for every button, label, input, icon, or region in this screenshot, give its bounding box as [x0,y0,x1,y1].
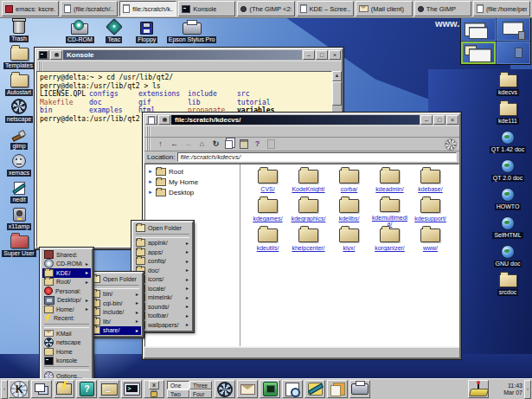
folder-item[interactable]: kdeadmin/ [369,168,410,197]
desktop-icon-qt20-doc[interactable]: QT 2.0 doc [484,159,531,182]
desktop-icon-super-user[interactable]: Super User [0,235,38,257]
folder-link[interactable]: kdeutils/ [257,245,279,251]
pager-button-two[interactable]: Two [167,389,189,398]
desktop-icon-srcdoc[interactable]: srcdoc [484,274,531,296]
taskbar-button-konsole[interactable]: Konsole [178,1,235,16]
panel-hide-left-button[interactable]: ‹ [1,380,8,399]
copy-button[interactable] [223,138,236,150]
maximize-button[interactable]: □ [433,115,445,125]
forward-button[interactable] [182,138,195,150]
folder-item[interactable]: klyx/ [329,227,369,256]
printer-button[interactable] [349,380,370,398]
desktop-icon-floppy[interactable]: Floppy [134,19,160,43]
desktop-icon-netscape[interactable]: netscape [0,100,38,123]
desktop-icon-autostart[interactable]: Autostart [0,74,38,96]
window-list-button[interactable] [31,380,52,398]
minimize-button[interactable]: – [420,115,433,125]
menu-item-lib[interactable]: lib/ ► [89,317,141,326]
folder-item[interactable]: corba/ [329,168,369,197]
folder-link[interactable]: klyx/ [343,245,356,251]
desktop-icon-kdecvs[interactable]: kdecvs [484,74,531,96]
desktop-icon-selfhtml[interactable]: SelfHTML [484,216,531,239]
taskbar-button-kfm2[interactable]: file:/scratch/k... [119,1,176,16]
menu-item[interactable] [44,324,89,328]
folder-item[interactable]: kdemultimedia/ [369,197,410,227]
folder-item[interactable]: khelpcenter/ [288,227,329,256]
menu-item-config[interactable]: config/ ► [134,257,191,267]
desktop-icon-gimp[interactable]: gimp [0,127,38,150]
menu-item-apps[interactable]: apps/ ► [134,248,191,257]
pager-button-one[interactable]: One [167,381,189,389]
taskbar-button-kfm3[interactable]: (file:/home/perr... [473,1,530,16]
desktop-icon-qt142-doc[interactable]: QT 1.42 doc [484,131,531,153]
netscape-button[interactable] [215,380,235,398]
back-button[interactable] [168,138,181,150]
scroll-up-icon[interactable]: ▲ [332,71,342,81]
up-button[interactable] [154,138,167,150]
desktop-icon-cdrom[interactable]: CD-ROM [66,19,94,43]
menu-item[interactable] [44,366,89,370]
minimize-button[interactable]: – [303,50,315,60]
menu-item-root[interactable]: Root/ ► [42,278,91,287]
sticky-pin-button[interactable] [158,115,170,125]
desktop-icon-templates[interactable]: Templates [0,47,38,69]
folder-link[interactable]: kdelibs/ [339,216,360,222]
folder-link[interactable]: kdegames/ [253,216,282,222]
folder-item[interactable]: CVS/ [247,168,288,197]
menu-item[interactable] [91,285,139,289]
desktop-icon-teac[interactable]: Teac [101,19,127,43]
menu-item-personal[interactable]: Personal: [42,286,91,296]
menu-item[interactable] [136,234,189,238]
menu-item-open-folder-2[interactable]: Open Folder [134,223,191,233]
scrollbar-thumb[interactable] [332,81,342,106]
pager-desktop-1[interactable] [461,18,496,41]
close-button[interactable]: × [446,115,458,125]
maximize-button[interactable]: □ [316,50,328,60]
menu-item-bin[interactable]: bin/ ► [89,290,141,299]
paste-button[interactable] [237,138,250,150]
tree-item-my-home[interactable]: ► My Home [148,177,240,187]
toolbar-help-button[interactable] [251,138,264,150]
kppp-button[interactable] [260,380,280,398]
menu-item-applnk[interactable]: applnk/ ► [134,239,191,248]
menu-item-cgi-bin[interactable]: cgi-bin/ ► [89,299,141,308]
menu-item-share[interactable]: share/ ► [89,326,141,336]
kfm-titlebar[interactable]: file:/scratch/kdecvs/ – □ × [144,114,459,125]
desktop-icon-kde111[interactable]: kde111 [484,102,531,125]
folder-item[interactable]: kdebase/ [410,168,451,197]
folder-link[interactable]: CVS/ [260,186,274,192]
menu-item-include[interactable]: include/ ► [89,308,141,318]
konsole-button[interactable] [121,380,142,398]
folder-item[interactable]: kdesupport/ [410,197,451,227]
window-menu-button[interactable] [145,115,157,125]
taskbar-button-kfm1[interactable]: (file:/scratch/... [61,1,118,16]
desktop-icon-nedit[interactable]: nedit [0,181,38,203]
tree-item-root[interactable]: ► Root [148,166,240,177]
desktop-icon-howto[interactable]: HOWTO [484,188,531,210]
games-button[interactable] [468,380,489,398]
toolbar-grip[interactable] [146,138,151,151]
taskbar-button-gimp2[interactable]: (The GIMP <2>) [237,1,294,16]
menubar-grip[interactable] [146,126,151,137]
menu-item-shared[interactable]: Shared: [42,250,91,260]
logout-lock-button[interactable] [144,380,164,398]
folder-item[interactable]: kdegraphics/ [288,197,329,227]
editor-button[interactable] [304,380,325,398]
folder-item[interactable]: kdegames/ [247,197,288,227]
window-menu-button[interactable] [37,50,49,60]
location-input[interactable] [177,152,457,162]
folder-link[interactable]: www/ [423,245,438,251]
stop-button[interactable] [265,138,278,150]
home-folder-button[interactable] [99,380,119,398]
desktop-icon-xemacs[interactable]: xemacs [0,154,38,177]
sticky-pin-button[interactable] [50,50,62,60]
tree-item-desktop[interactable]: ► Desktop [148,187,240,197]
taskbar-button-kde-scree[interactable]: KDE – Scree... [297,1,354,16]
folder-item[interactable]: kdeutils/ [247,227,288,256]
folder-link[interactable]: kdemultimedia/ [371,215,409,227]
folder-link[interactable]: kdebase/ [418,186,442,192]
menu-item-home[interactable]: Home/ ► [42,305,91,314]
taskbar-button-emacs[interactable]: emacs: kscre... [2,1,59,16]
menu-item-konsole[interactable]: konsole [42,357,91,366]
folder-item[interactable]: www/ [410,227,451,256]
